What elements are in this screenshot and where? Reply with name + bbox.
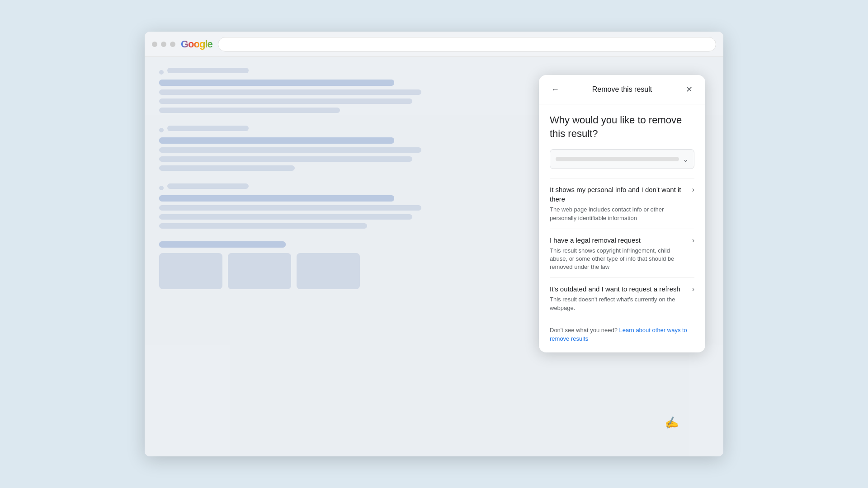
browser-dot-3 — [170, 42, 175, 47]
browser-dot-1 — [152, 42, 157, 47]
option-outdated-chevron-icon: › — [692, 285, 694, 293]
panel-title: Remove this result — [562, 85, 682, 94]
option-personal-info-title: It shows my personal info and I don't wa… — [550, 185, 689, 204]
dropdown-row: ⌄ — [550, 149, 694, 169]
panel-body: Why would you like to remove this result… — [539, 104, 705, 319]
footer-text: Don't see what you need? — [550, 327, 619, 333]
option-personal-info-chevron-icon: › — [692, 186, 694, 194]
option-outdated-text: It's outdated and I want to request a re… — [550, 284, 689, 312]
dropdown-chevron-icon: ⌄ — [683, 155, 689, 164]
option-outdated-desc: This result doesn't reflect what's curre… — [550, 296, 689, 312]
option-legal-removal-text: I have a legal removal request This resu… — [550, 235, 689, 272]
option-outdated-title: It's outdated and I want to request a re… — [550, 284, 689, 294]
option-legal-removal-title: I have a legal removal request — [550, 235, 689, 245]
remove-panel: ← Remove this result ✕ Why would you lik… — [539, 75, 705, 352]
dropdown[interactable]: ⌄ — [550, 149, 694, 169]
option-legal-removal-chevron-icon: › — [692, 236, 694, 244]
back-button[interactable]: ← — [548, 82, 562, 97]
panel-footer: Don't see what you need? Learn about oth… — [539, 319, 705, 352]
browser-toolbar: Google — [145, 32, 723, 57]
option-legal-removal[interactable]: I have a legal removal request This resu… — [550, 229, 694, 278]
address-bar[interactable] — [218, 37, 716, 52]
browser-controls — [152, 42, 175, 47]
browser-content: ← Remove this result ✕ Why would you lik… — [145, 57, 723, 456]
google-logo: Google — [181, 38, 212, 50]
option-personal-info-text: It shows my personal info and I don't wa… — [550, 185, 689, 222]
option-outdated[interactable]: It's outdated and I want to request a re… — [550, 277, 694, 318]
panel-header: ← Remove this result ✕ — [539, 75, 705, 104]
close-button[interactable]: ✕ — [682, 82, 696, 97]
option-legal-removal-desc: This result shows copyright infringement… — [550, 247, 689, 272]
option-personal-info-desc: The web page includes contact info or ot… — [550, 206, 689, 222]
panel-heading: Why would you like to remove this result… — [550, 113, 694, 140]
option-personal-info[interactable]: It shows my personal info and I don't wa… — [550, 178, 694, 228]
dropdown-bar — [556, 157, 679, 161]
browser-dot-2 — [161, 42, 166, 47]
